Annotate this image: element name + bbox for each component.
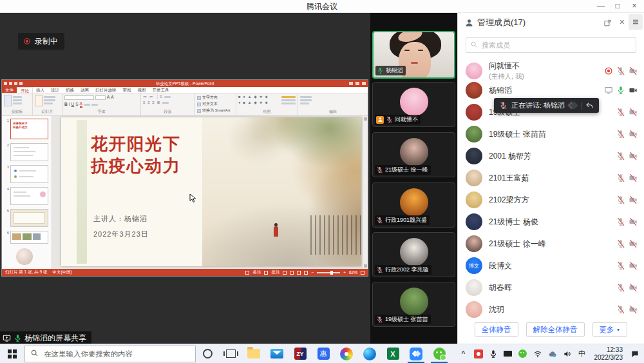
video-tile[interactable]: 问就懂不: [372, 82, 455, 127]
ime-indicator[interactable]: 中: [577, 347, 587, 361]
member-row[interactable]: 19级硕士 张苗苗: [458, 123, 644, 145]
ppt-window-controls: [349, 82, 366, 85]
cloud-icon[interactable]: [547, 347, 558, 361]
slide-thumbnail: 3: [4, 165, 48, 183]
cam-off-icon[interactable]: [629, 261, 638, 270]
video-tile[interactable]: 行政2002 李兆璇: [372, 232, 455, 277]
hidden-icons-chevron[interactable]: ^: [459, 347, 469, 361]
member-row[interactable]: 21级博士 杨俊: [458, 211, 644, 233]
video-tile[interactable]: 19级硕士 张苗苗: [372, 282, 455, 327]
member-row[interactable]: 2101王富茹: [458, 167, 644, 189]
member-name: 21级博士 杨俊: [489, 217, 538, 228]
minimize-button[interactable]: —: [592, 0, 609, 13]
recording-badge[interactable]: 录制中: [18, 33, 64, 50]
cam-off-icon[interactable]: [629, 305, 638, 314]
tencent-meeting-window: 腾讯会议 — □ × 录制中 毕业论文PPT模板 - PowerPoint 文件…: [0, 0, 644, 363]
video-tile[interactable]: 21级硕士 徐一峰: [372, 132, 455, 177]
microphone-tray-icon[interactable]: [488, 347, 498, 361]
video-tile[interactable]: 行政1901魏兴盛: [372, 182, 455, 228]
member-name: 段博文: [489, 260, 512, 271]
mute-all-button[interactable]: 全体静音: [475, 322, 518, 337]
ppt-group-slides: 幻灯片: [33, 93, 62, 115]
tile-name-label: 行政1901魏兴盛: [375, 215, 430, 225]
screen-icon[interactable]: [604, 86, 613, 95]
unmute-all-button[interactable]: 解除全体静音: [526, 322, 585, 337]
zy-app-button[interactable]: ZY: [289, 344, 312, 363]
start-button[interactable]: [0, 344, 24, 363]
search-icon: [30, 348, 39, 360]
cam-off-icon[interactable]: [629, 283, 638, 292]
mic-on-icon[interactable]: [616, 86, 625, 95]
mic-off-icon[interactable]: [616, 305, 625, 314]
wechat-tray-icon[interactable]: [518, 347, 528, 361]
member-row[interactable]: 2001 杨帮芳: [458, 145, 644, 167]
mic-off-icon[interactable]: [616, 108, 625, 117]
cam-off-icon[interactable]: [629, 130, 638, 139]
meeting-icon: [410, 348, 422, 360]
mail-app-button[interactable]: [265, 344, 289, 363]
participant-avatar: [400, 188, 428, 217]
maximize-button[interactable]: □: [609, 0, 626, 13]
mic-off-icon[interactable]: [616, 195, 625, 204]
ppt-tab: 幻灯片放映: [92, 87, 120, 93]
pinwheel-app-button[interactable]: [335, 344, 358, 363]
cam-off-icon[interactable]: [629, 66, 638, 75]
cam-off-icon[interactable]: [629, 173, 638, 182]
participant-name: 杨锦滔: [386, 66, 403, 75]
taskbar-search-input[interactable]: [43, 349, 190, 358]
folder-app-button[interactable]: [242, 344, 265, 363]
participant-name: 行政2002 李兆璇: [385, 266, 429, 274]
mic-off-icon[interactable]: [616, 217, 625, 226]
mic-off-icon[interactable]: [616, 283, 625, 292]
restore-toast-icon[interactable]: [585, 101, 594, 110]
cam-off-icon[interactable]: [629, 217, 638, 226]
meeting-app-button[interactable]: [404, 344, 428, 363]
ppt-slide: 花开阳光下抗疫心动力 主讲人：杨锦滔 2022年3月23日: [61, 117, 361, 266]
mic-off-icon[interactable]: [616, 130, 625, 139]
record-icon: [23, 37, 31, 45]
screen-share-badge: 杨锦滔的屏幕共享: [0, 331, 91, 344]
mic-off-icon[interactable]: [616, 239, 625, 248]
record-icon[interactable]: [604, 66, 613, 75]
speaker-icon[interactable]: [562, 347, 573, 361]
cortana-button[interactable]: [196, 344, 219, 363]
ppt-tab: 文件: [2, 87, 17, 93]
task-view-button[interactable]: [219, 344, 242, 363]
member-name: 问就懂不: [489, 61, 524, 72]
member-row[interactable]: 2102梁方方: [458, 189, 644, 211]
mic-on-icon: [377, 67, 384, 74]
cam-off-icon[interactable]: [629, 239, 638, 248]
taskbar-clock[interactable]: 12:33 2022/3/23: [592, 346, 626, 362]
screen-tray-icon[interactable]: [503, 347, 513, 361]
font-color-icon: A: [80, 101, 82, 108]
member-avatar: [466, 126, 482, 142]
windows-taskbar: ZY惠X ^ 中 12:33 2022/3/23: [0, 344, 644, 363]
mic-off-icon[interactable]: [616, 173, 625, 182]
cam-off-icon[interactable]: [629, 195, 638, 204]
excel-app-button[interactable]: X: [381, 344, 404, 363]
wifi-icon[interactable]: [533, 347, 543, 361]
cam-off-icon[interactable]: [629, 108, 638, 117]
member-row[interactable]: 博文段博文: [458, 255, 644, 277]
taskbar-search-box[interactable]: [24, 346, 196, 362]
wechat-app-button[interactable]: [428, 344, 451, 363]
mic-off-icon: [499, 101, 507, 110]
edge-app-button[interactable]: [358, 344, 381, 363]
slide-thumbnail: 6: [4, 231, 48, 244]
video-tile[interactable]: 杨锦滔: [372, 31, 455, 79]
mic-off-icon[interactable]: [616, 261, 625, 270]
close-button[interactable]: ×: [626, 0, 643, 13]
mic-off-icon[interactable]: [616, 152, 625, 161]
video-tile-strip: 杨锦滔问就懂不21级硕士 徐一峰行政1901魏兴盛行政2002 李兆璇19级硕士…: [370, 13, 457, 344]
member-row[interactable]: 沈玥: [458, 299, 644, 320]
member-panel-footer: 全体静音 解除全体静音 更多▼: [458, 320, 644, 344]
more-button[interactable]: 更多▼: [592, 322, 628, 337]
member-row[interactable]: 胡春晖: [458, 277, 644, 299]
meeting-tray-icon[interactable]: [473, 347, 484, 361]
member-row[interactable]: 21级硕士 徐一峰: [458, 233, 644, 255]
hui-app-button[interactable]: 惠: [312, 344, 335, 363]
cam-off-icon[interactable]: [629, 152, 638, 161]
cam-on-icon[interactable]: [629, 86, 638, 95]
mic-off-icon[interactable]: [616, 66, 625, 75]
notification-center-icon[interactable]: [630, 347, 640, 361]
